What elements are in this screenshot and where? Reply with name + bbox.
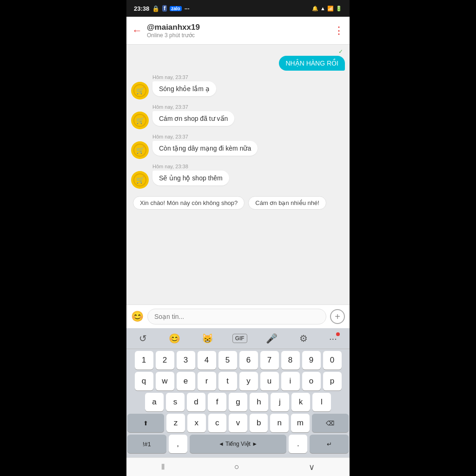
kb-row-z: ⬆ z x c v b n m ⌫ [127,414,349,432]
emoji-button[interactable]: 😊 [131,311,144,323]
msg-bubble-3: Còn tặng dây mạng đi kèm nữa [152,141,258,156]
key-k[interactable]: k [291,393,310,411]
space-key[interactable]: ◄ Tiếng Việt ► [190,435,287,453]
chat-area: ✓ NHẬN HÀNG RỒI 🛒 Hôm nay, 23:37 Sóng kh… [126,45,350,304]
sent-message-1: NHẬN HÀNG RỒI [279,56,345,71]
key-1[interactable]: 1 [135,351,153,370]
msg-content-4: Hôm nay, 23:38 Sẽ ủng hộ shop thêm [152,164,229,185]
quick-replies: Xin chào! Món này còn không shop? Cám ơn… [131,193,345,212]
back-button[interactable]: ← [132,25,142,37]
message-input[interactable] [147,309,326,324]
msg-content-2: Hôm nay, 23:37 Cám ơn shop đã tư vấn [152,104,234,126]
key-t[interactable]: t [218,372,237,390]
key-d[interactable]: d [187,393,205,411]
key-l[interactable]: l [312,393,331,411]
key-5[interactable]: 5 [218,351,237,370]
key-v[interactable]: v [229,414,247,432]
recent-apps-button[interactable]: ⦀ [161,462,165,472]
status-bar: 23:38 🔒 f zalo ··· 🔔 ▲ 📶 🔋 [126,0,350,17]
key-6[interactable]: 6 [239,351,258,370]
key-q[interactable]: q [135,372,153,390]
key-8[interactable]: 8 [281,351,300,370]
enter-key[interactable]: ↵ [310,435,349,453]
kb-row-a: a s d f g h j k l [127,393,349,411]
quick-reply-1[interactable]: Xin chào! Món này còn không shop? [133,196,245,210]
contact-status: Online 3 phút trước [147,32,334,39]
contact-name: @maianhxx19 [147,23,334,32]
kb-row-bottom: !#1 , ◄ Tiếng Việt ► . ↵ [127,435,349,453]
key-j[interactable]: j [271,393,289,411]
msg-group-4: 🛒 Hôm nay, 23:38 Sẽ ủng hộ shop thêm [131,164,345,189]
key-w[interactable]: w [156,372,174,390]
avatar-1: 🛒 [131,82,149,99]
msg-bubble-2: Cám ơn shop đã tư vấn [152,111,234,126]
kb-row-q: q w e r t y u i o p [127,372,349,390]
msg-group-2: 🛒 Hôm nay, 23:37 Cám ơn shop đã tư vấn [131,104,345,129]
key-s[interactable]: s [166,393,185,411]
kb-row-numbers: 1 2 3 4 5 6 7 8 9 0 [127,351,349,370]
key-e[interactable]: e [177,372,195,390]
avatar-icon-2: 🛒 [136,117,144,124]
key-n[interactable]: n [270,414,289,432]
key-a[interactable]: a [145,393,164,411]
back-nav-button[interactable]: ∨ [309,462,315,472]
period-key[interactable]: . [289,435,307,453]
key-i[interactable]: i [281,372,300,390]
key-2[interactable]: 2 [156,351,174,370]
key-c[interactable]: c [208,414,227,432]
key-m[interactable]: m [291,414,310,432]
msg-bubble-1: Sóng khỏe lắm ạ [152,81,216,96]
header-info: @maianhxx19 Online 3 phút trước [147,23,334,39]
keyboard-toolbar: ↺ 😊 😸 GIF 🎤 ⚙ ··· [126,328,350,349]
lock-icon: 🔒 [152,5,159,12]
key-4[interactable]: 4 [198,351,216,370]
zalo-icon: zalo [170,6,181,11]
add-attachment-button[interactable]: + [330,309,345,324]
msg-time-1: Hôm nay, 23:37 [152,74,216,80]
avatar-4: 🛒 [131,171,149,189]
msg-group-3: 🛒 Hôm nay, 23:37 Còn tặng dây mạng đi kè… [131,134,345,159]
msg-content-1: Hôm nay, 23:37 Sóng khỏe lắm ạ [152,74,216,96]
signal-icon: 📶 [327,6,334,12]
key-f[interactable]: f [208,393,226,411]
key-h[interactable]: h [250,393,268,411]
key-u[interactable]: u [260,372,279,390]
key-r[interactable]: r [198,372,216,390]
status-right-icons: 🔔 ▲ 📶 🔋 [312,6,342,12]
key-o[interactable]: o [302,372,321,390]
read-checkmark: ✓ [338,48,343,55]
key-y[interactable]: y [239,372,258,390]
key-b[interactable]: b [250,414,268,432]
symbol-key[interactable]: !#1 [127,435,166,453]
backspace-key[interactable]: ⌫ [312,414,349,432]
status-time: 23:38 🔒 f zalo ··· [134,5,190,12]
rotate-icon[interactable]: ↺ [136,332,150,345]
avatar-icon-1: 🛒 [136,87,144,94]
key-p[interactable]: p [323,372,342,390]
key-g[interactable]: g [229,393,247,411]
avatar-icon-4: 🛒 [136,176,144,184]
gif-button[interactable]: GIF [232,334,247,343]
msg-time-3: Hôm nay, 23:37 [152,134,258,139]
key-x[interactable]: x [187,414,206,432]
sticker-icon[interactable]: 😸 [199,332,216,345]
emoji-toolbar-icon[interactable]: 😊 [166,332,183,345]
shift-key[interactable]: ⬆ [127,414,164,432]
quick-reply-2[interactable]: Cám ơn bạn nhiều nhé! [248,196,326,210]
key-7[interactable]: 7 [260,351,279,370]
mic-icon[interactable]: 🎤 [263,332,280,345]
settings-icon[interactable]: ⚙ [297,332,311,345]
sent-checkmark-row: ✓ [131,48,345,55]
chat-header: ← @maianhxx19 Online 3 phút trước ⋮ [126,17,350,45]
menu-button[interactable]: ⋮ [334,25,344,37]
msg-time-4: Hôm nay, 23:38 [152,164,229,169]
home-button[interactable]: ○ [234,462,239,472]
key-z[interactable]: z [166,414,185,432]
key-0[interactable]: 0 [323,351,342,370]
bottom-navigation: ⦀ ○ ∨ [126,457,350,476]
fb-icon: f [162,5,167,12]
comma-key[interactable]: , [169,435,187,453]
more-toolbar-icon[interactable]: ··· [326,332,340,345]
key-9[interactable]: 9 [302,351,321,370]
key-3[interactable]: 3 [177,351,195,370]
